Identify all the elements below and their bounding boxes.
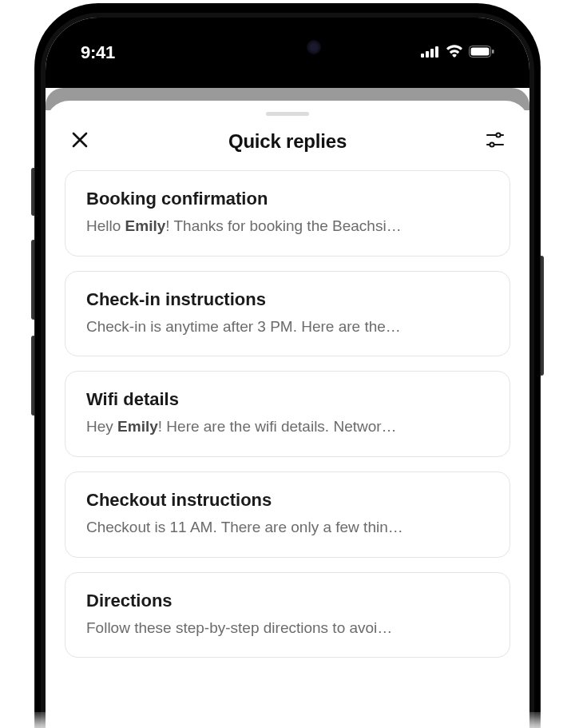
front-camera	[307, 40, 321, 54]
svg-rect-5	[471, 47, 490, 55]
quick-reply-title: Booking confirmation	[86, 189, 489, 209]
sheet-header: Quick replies	[46, 124, 529, 170]
quick-reply-item[interactable]: Check-in instructions Check-in is anytim…	[65, 271, 510, 357]
quick-reply-title: Directions	[86, 591, 489, 611]
svg-point-10	[490, 142, 494, 146]
quick-reply-preview: Check-in is anytime after 3 PM. Here are…	[86, 316, 489, 337]
page-title: Quick replies	[228, 130, 347, 153]
quick-reply-item[interactable]: Checkout instructions Checkout is 11 AM.…	[65, 471, 510, 558]
svg-rect-6	[492, 50, 494, 54]
close-button[interactable]	[69, 131, 90, 152]
wifi-icon	[446, 45, 463, 61]
battery-icon	[469, 46, 494, 61]
svg-point-8	[496, 133, 500, 137]
quick-reply-item[interactable]: Directions Follow these step-by-step dir…	[65, 572, 510, 658]
status-time: 9:41	[81, 42, 115, 63]
quick-reply-title: Check-in instructions	[86, 289, 489, 310]
quick-reply-title: Checkout instructions	[86, 490, 489, 511]
sliders-icon	[486, 132, 504, 151]
filters-button[interactable]	[485, 131, 506, 152]
quick-reply-preview: Checkout is 11 AM. There are only a few …	[86, 517, 489, 538]
quick-reply-preview: Follow these step-by-step directions to …	[86, 618, 489, 638]
cellular-icon	[421, 46, 440, 61]
close-icon	[72, 132, 88, 151]
svg-rect-3	[435, 46, 438, 58]
phone-frame: 9:41	[34, 0, 541, 728]
dynamic-island	[228, 32, 347, 67]
quick-reply-item[interactable]: Booking confirmation Hello Emily! Thanks…	[65, 170, 510, 257]
sheet-grabber[interactable]	[266, 112, 309, 116]
svg-rect-1	[426, 51, 429, 58]
svg-rect-0	[421, 54, 424, 58]
quick-reply-preview: Hello Emily! Thanks for booking the Beac…	[86, 216, 489, 237]
quick-reply-preview: Hey Emily! Here are the wifi details. Ne…	[86, 416, 489, 437]
quick-reply-item[interactable]: Wifi details Hey Emily! Here are the wif…	[65, 371, 510, 457]
quick-reply-title: Wifi details	[86, 389, 489, 410]
svg-rect-2	[430, 49, 434, 58]
quick-replies-list: Booking confirmation Hello Emily! Thanks…	[46, 170, 529, 658]
quick-replies-sheet: Quick replies Booking confirmation Hello…	[46, 101, 529, 728]
